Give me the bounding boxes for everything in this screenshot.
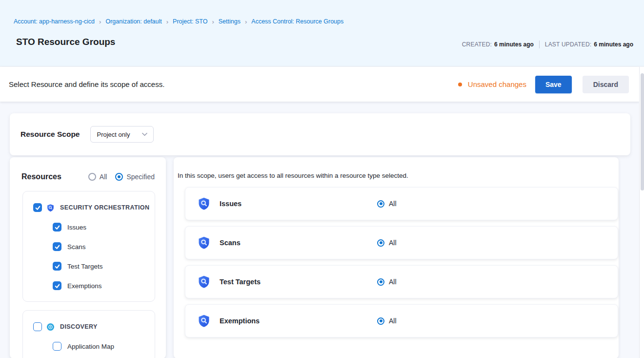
vertical-scrollbar-track[interactable]	[639, 67, 644, 358]
discovery-radar-icon	[46, 323, 55, 331]
access-all-label: All	[389, 278, 397, 286]
vertical-scrollbar-thumb[interactable]	[641, 73, 644, 190]
save-button[interactable]: Save	[535, 76, 572, 93]
chevron-down-icon	[142, 132, 147, 136]
resource-access-radio-group: All	[377, 239, 397, 247]
breadcrumb-separator-icon: ›	[245, 19, 247, 25]
resource-card: ExemptionsAll	[185, 304, 618, 337]
breadcrumb-separator-icon: ›	[99, 19, 101, 25]
unsaved-changes-text: Unsaved changes	[468, 80, 526, 88]
breadcrumb-separator-icon: ›	[212, 19, 214, 25]
resource-group-tree: SECURITY ORCHESTRATIONIssuesScansTest Ta…	[10, 181, 166, 358]
resource-type-cards: IssuesAllScansAllTest TargetsAllExemptio…	[185, 187, 619, 337]
breadcrumb-link[interactable]: Settings	[219, 18, 241, 25]
access-all-radio[interactable]	[377, 239, 384, 247]
resource-child-row: Exemptions	[53, 281, 150, 290]
breadcrumb-link[interactable]: Access Control: Resource Groups	[251, 18, 343, 25]
group-children: Application Map	[33, 342, 150, 351]
resource-card-label: Exemptions	[220, 317, 377, 325]
scope-dropdown[interactable]: Project only	[90, 126, 154, 143]
toolbar-description: Select Resource and define its scope of …	[9, 80, 164, 88]
resource-group-header: SECURITY ORCHESTRATION	[33, 203, 150, 212]
last-updated-label: LAST UPDATED:	[545, 41, 592, 48]
breadcrumb-link[interactable]: Organization: default	[105, 18, 161, 25]
group-checkbox[interactable]	[33, 322, 42, 331]
security-orchestration-shield-icon	[197, 236, 211, 250]
mode-radio-label: Specified	[126, 173, 155, 181]
resource-card-label: Test Targets	[220, 278, 377, 286]
toolbar-actions: Unsaved changes Save Discard	[458, 76, 629, 93]
security-orchestration-shield-icon	[197, 197, 211, 211]
group-label: SECURITY ORCHESTRATION	[60, 204, 149, 211]
resource-card: IssuesAll	[185, 187, 618, 220]
resource-group-card: SECURITY ORCHESTRATIONIssuesScansTest Ta…	[22, 191, 155, 302]
resource-child-row: Application Map	[53, 342, 150, 351]
child-label: Exemptions	[67, 282, 102, 290]
breadcrumb-link[interactable]: Account: app-harness-ng-cicd	[14, 18, 95, 25]
resource-access-radio-group: All	[377, 278, 397, 286]
child-checkbox[interactable]	[53, 242, 61, 251]
mode-radio-button[interactable]	[88, 173, 96, 181]
security-orchestration-shield-icon	[197, 314, 211, 328]
unsaved-dot-icon	[458, 83, 462, 86]
page-header: Account: app-harness-ng-cicd›Organizatio…	[0, 0, 644, 66]
group-checkbox[interactable]	[33, 203, 42, 212]
scope-dropdown-value: Project only	[97, 131, 130, 138]
resource-group-card: DISCOVERYApplication Map	[22, 310, 155, 358]
child-checkbox[interactable]	[53, 223, 61, 232]
header-meta: CREATED: 6 minutes ago LAST UPDATED: 6 m…	[462, 41, 633, 48]
group-label: DISCOVERY	[60, 323, 98, 330]
access-all-radio[interactable]	[377, 317, 384, 325]
group-children: IssuesScansTest TargetsExemptions	[33, 223, 150, 290]
child-label: Test Targets	[67, 263, 103, 270]
child-checkbox[interactable]	[53, 281, 61, 290]
mode-radio-specified[interactable]: Specified	[115, 173, 155, 181]
meta-divider	[539, 41, 540, 48]
action-toolbar: Select Resource and define its scope of …	[0, 67, 639, 102]
created-label: CREATED:	[462, 41, 492, 48]
resource-child-row: Test Targets	[53, 262, 150, 271]
breadcrumb-link[interactable]: Project: STO	[173, 18, 207, 25]
scope-description: In this scope, users get access to all r…	[178, 172, 619, 179]
child-checkbox[interactable]	[53, 262, 61, 271]
child-label: Application Map	[67, 343, 114, 350]
access-all-radio[interactable]	[377, 278, 384, 286]
mode-radio-all[interactable]: All	[88, 173, 107, 181]
access-all-radio[interactable]	[377, 200, 384, 208]
resource-card: ScansAll	[185, 226, 618, 259]
scope-detail-panel: In this scope, users get access to all r…	[174, 157, 619, 358]
access-all-label: All	[389, 239, 397, 247]
breadcrumb: Account: app-harness-ng-cicd›Organizatio…	[14, 18, 343, 25]
resource-child-row: Scans	[53, 242, 150, 251]
resource-card: Test TargetsAll	[185, 265, 618, 298]
resource-groups-page: Account: app-harness-ng-cicd›Organizatio…	[0, 0, 644, 358]
security-orchestration-shield-icon	[46, 204, 55, 212]
discard-button[interactable]: Discard	[583, 76, 629, 93]
security-orchestration-shield-icon	[197, 275, 211, 289]
access-all-label: All	[389, 200, 397, 208]
mode-radio-label: All	[100, 173, 107, 181]
child-label: Scans	[67, 243, 86, 251]
child-label: Issues	[67, 224, 86, 231]
unsaved-changes-indicator: Unsaved changes	[458, 80, 526, 88]
resources-mode-radio-group: AllSpecified	[88, 173, 155, 181]
resource-scope-label: Resource Scope	[20, 130, 80, 139]
created-value: 6 minutes ago	[494, 41, 534, 48]
mode-radio-button[interactable]	[115, 173, 123, 181]
resources-title: Resources	[21, 172, 61, 181]
resources-panel-header: Resources AllSpecified	[10, 157, 166, 181]
breadcrumb-separator-icon: ›	[166, 19, 168, 25]
resource-card-label: Issues	[220, 200, 377, 208]
resource-access-radio-group: All	[377, 317, 397, 325]
page-title: STO Resource Groups	[16, 37, 115, 47]
resource-scope-card: Resource Scope Project only	[10, 113, 630, 155]
resource-group-header: DISCOVERY	[33, 322, 150, 331]
last-updated-value: 6 minutes ago	[594, 41, 633, 48]
child-checkbox[interactable]	[53, 342, 61, 351]
resource-access-radio-group: All	[377, 200, 397, 208]
resource-card-label: Scans	[220, 239, 377, 247]
resource-child-row: Issues	[53, 223, 150, 232]
resources-panel: Resources AllSpecified SECURITY ORCHESTR…	[10, 157, 166, 358]
access-all-label: All	[389, 317, 397, 325]
